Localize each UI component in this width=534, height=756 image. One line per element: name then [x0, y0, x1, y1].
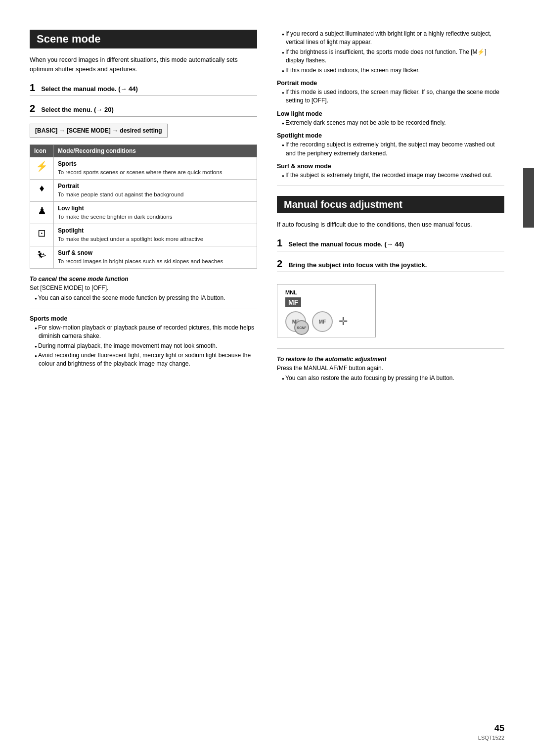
spotlight-title: Spotlight mode — [277, 132, 504, 139]
mf-diagram: MNL MF MF SCNF MF ✛ — [277, 284, 376, 337]
mode-desc: To make the scene brighter in dark condi… — [58, 213, 253, 221]
spotlight-bullets: If the recording subject is extremely br… — [277, 141, 504, 158]
right-tab — [523, 168, 534, 228]
table-icon-cell: ♦ — [30, 179, 54, 201]
cancel-note-line1: Set [SCENE MODE] to [OFF]. — [30, 284, 257, 292]
mf-step2-block: 2 Bring the subject into focus with the … — [277, 258, 504, 272]
right-intro-bullet: If this mode is used indoors, the screen… — [282, 66, 504, 75]
mf-circle-container: MF SCNF — [285, 311, 306, 332]
page-number: 45 — [478, 723, 504, 734]
divider-restore — [277, 348, 504, 349]
divider-manual — [277, 186, 504, 186]
mf-step1-block: 1 Select the manual focus mode. (→ 44) — [277, 237, 504, 251]
table-row: ⊡ Spotlight To make the subject under a … — [30, 224, 257, 246]
table-mode-cell: Spotlight To make the subject under a sp… — [54, 224, 257, 246]
portrait-bullet: If this mode is used indoors, the screen… — [282, 88, 504, 105]
restore-note: To restore to the automatic adjustment P… — [277, 356, 504, 383]
mf-scene-label: SCNF — [297, 326, 306, 330]
table-mode-cell: Portrait To make people stand out agains… — [54, 179, 257, 201]
right-intro-bullet: If the brightness is insufficient, the s… — [282, 48, 504, 65]
mnl-label: MNL — [285, 289, 367, 295]
mode-desc: To make the subject under a spotlight lo… — [58, 235, 253, 243]
mf-step2-number: 2 — [277, 258, 282, 270]
low-light-title: Low light mode — [277, 110, 504, 117]
step2-number: 2 — [30, 103, 35, 114]
sports-bullet: Avoid recording under fluorescent light,… — [35, 351, 257, 369]
mode-name: Sports — [58, 160, 253, 167]
step1-text: Select the manual mode. (→ 44) — [41, 85, 138, 93]
mf-step2-text: Bring the subject into focus with the jo… — [288, 261, 427, 269]
mf-circle-2-label: MF — [319, 319, 326, 325]
portrait-mode-title: Portrait mode — [277, 80, 504, 87]
right-column: If you record a subject illuminated with… — [277, 30, 504, 726]
cancel-note: To cancel the scene mode function Set [S… — [30, 276, 257, 303]
joystick-icon: ✛ — [339, 315, 348, 328]
sports-bullet: During normal playback, the image moveme… — [35, 342, 257, 350]
mode-desc: To make people stand out against the bac… — [58, 190, 253, 198]
manual-focus-intro: If auto focusing is difficult due to the… — [277, 220, 504, 230]
step2-text: Select the menu. (→ 20) — [41, 106, 114, 113]
surf-snow-bullet: If the subject is extremely bright, the … — [282, 171, 504, 180]
mf-circle-1: MF SCNF — [285, 311, 306, 332]
sports-bullet: For slow-motion playback or playback pau… — [35, 324, 257, 341]
sports-mode-title: Sports mode — [30, 315, 257, 322]
mode-name: Low light — [58, 205, 253, 212]
portrait-mode-bullets: If this mode is used indoors, the screen… — [277, 88, 504, 105]
table-icon-cell: ♟ — [30, 201, 54, 224]
restore-note-line1: Press the MANUAL AF/MF button again. — [277, 364, 504, 373]
table-mode-cell: Sports To record sports scenes or scenes… — [54, 157, 257, 179]
mode-name: Surf & snow — [58, 249, 253, 256]
mode-desc: To record sports scenes or scenes where … — [58, 168, 253, 176]
table-row: ♦ Portrait To make people stand out agai… — [30, 179, 257, 201]
right-intro-notes: If you record a subject illuminated with… — [277, 30, 504, 75]
surf-snow-bullets: If the subject is extremely bright, the … — [277, 171, 504, 180]
mode-name: Portrait — [58, 183, 253, 189]
table-row: ⛷ Surf & snow To record images in bright… — [30, 246, 257, 268]
mf-circle-small: SCNF — [294, 320, 309, 335]
step2-label: 2 Select the menu. (→ 20) — [30, 103, 257, 117]
mode-name: Spotlight — [58, 227, 253, 234]
scene-mode-intro: When you record images in different situ… — [30, 55, 257, 74]
right-intro-bullet: If you record a subject illuminated with… — [282, 30, 504, 47]
table-mode-cell: Surf & snow To record images in bright p… — [54, 246, 257, 268]
cancel-note-line2: You can also cancel the scene mode funct… — [35, 294, 257, 302]
sports-mode-bullets: For slow-motion playback or playback pau… — [30, 324, 257, 369]
table-icon-cell: ⛷ — [30, 246, 54, 268]
low-light-bullets: Extremely dark scenes may not be able to… — [277, 119, 504, 127]
table-row: ♟ Low light To make the scene brighter i… — [30, 201, 257, 224]
table-icon-cell: ⚡ — [30, 157, 54, 179]
left-column: Scene mode When you record images in dif… — [30, 30, 257, 726]
mf-label: MF — [285, 297, 301, 307]
table-header-mode: Mode/Recording conditions — [54, 144, 257, 157]
divider-sports — [30, 309, 257, 309]
mf-step1-label: 1 Select the manual focus mode. (→ 44) — [277, 237, 504, 251]
table-icon-cell: ⊡ — [30, 224, 54, 246]
cancel-note-title: To cancel the scene mode function — [30, 276, 257, 283]
manual-focus-title: Manual focus adjustment — [277, 196, 504, 213]
step2-block: 2 Select the menu. (→ 20) — [30, 103, 257, 117]
step1-number: 1 — [30, 82, 35, 94]
mf-step1-number: 1 — [277, 237, 282, 249]
menu-path: [BASIC] → [SCENE MODE] → desired setting — [30, 124, 168, 138]
mf-circle-2: MF — [312, 311, 333, 332]
page: Scene mode When you record images in dif… — [0, 0, 534, 756]
table-row: ⚡ Sports To record sports scenes or scen… — [30, 157, 257, 179]
spotlight-bullet: If the recording subject is extremely br… — [282, 141, 504, 158]
low-light-bullet: Extremely dark scenes may not be able to… — [282, 119, 504, 127]
restore-note-line2: You can also restore the auto focusing b… — [282, 374, 504, 382]
table-mode-cell: Low light To make the scene brighter in … — [54, 201, 257, 224]
surf-snow-title: Surf & snow mode — [277, 163, 504, 170]
mf-step1-text: Select the manual focus mode. (→ 44) — [288, 240, 404, 248]
scene-mode-title: Scene mode — [30, 30, 257, 48]
page-code: LSQT1522 — [478, 735, 504, 741]
restore-note-title: To restore to the automatic adjustment — [277, 356, 504, 363]
table-header-icon: Icon — [30, 144, 54, 157]
scene-mode-table: Icon Mode/Recording conditions ⚡ Sports … — [30, 144, 257, 269]
mf-icons-row: MF SCNF MF ✛ — [285, 311, 367, 332]
step1-block: 1 Select the manual mode. (→ 44) — [30, 82, 257, 96]
page-number-area: 45 LSQT1522 — [478, 723, 504, 741]
mf-step2-label: 2 Bring the subject into focus with the … — [277, 258, 504, 272]
mode-desc: To record images in bright places such a… — [58, 257, 253, 265]
step1-label: 1 Select the manual mode. (→ 44) — [30, 82, 257, 96]
